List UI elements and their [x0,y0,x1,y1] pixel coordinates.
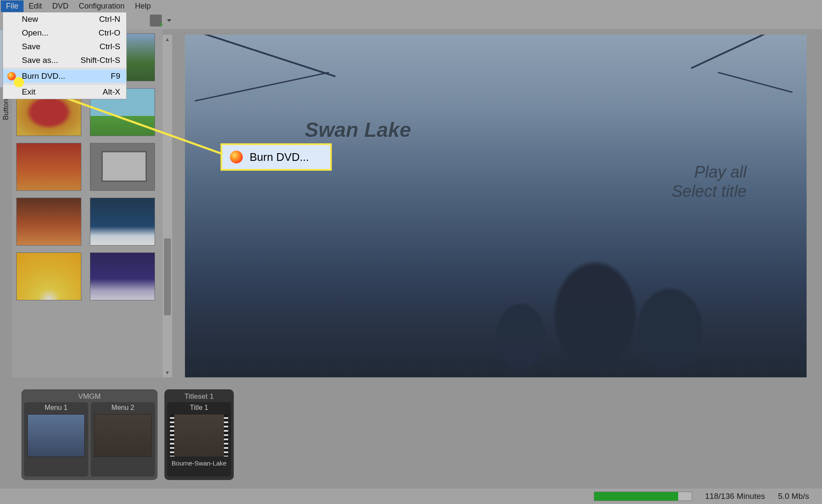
menu-file[interactable]: File [1,0,24,12]
preview-background [185,35,807,377]
burn-dvd-icon [230,151,243,163]
file-save-as[interactable]: Save as... Shift-Ctrl-S [3,53,126,67]
menu-help[interactable]: Help [130,0,156,12]
timeline-item-title1[interactable]: Title 1 Bourne-Swan-Lake [167,402,231,477]
separator [3,68,126,68]
file-save[interactable]: Save Ctrl-S [3,40,126,53]
preview-title[interactable]: Swan Lake [305,118,411,142]
scroll-down-icon[interactable]: ▼ [163,368,172,377]
item-label: Menu 2 [92,404,153,413]
menuitem-accel: Ctrl-N [99,15,120,24]
thumbs-scrollbar[interactable]: ▲ ▼ [163,35,172,377]
menu-dvd[interactable]: DVD [47,0,74,12]
menuitem-label: New [22,15,38,24]
file-new[interactable]: New Ctrl-N [3,12,126,26]
disc-usage-fill [594,492,678,501]
status-minutes: 118/136 Minutes [705,492,765,501]
item-thumb [170,414,228,457]
menu-edit[interactable]: Edit [24,0,47,12]
preview-button-select-title[interactable]: Select title [672,182,747,201]
group-titleset1: Titleset 1 Title 1 Bourne-Swan-Lake [164,389,234,480]
callout-label: Burn DVD... [250,151,309,164]
file-open[interactable]: Open... Ctrl-O [3,26,126,40]
item-label: Menu 1 [26,404,86,413]
scroll-handle[interactable] [164,238,171,315]
group-header: Titleset 1 [167,391,231,402]
group-vmgm: VMGM Menu 1 Menu 2 [21,389,158,480]
menubar: File Edit DVD Configuration Help [0,0,822,12]
annotation-callout: Burn DVD... [220,143,332,171]
menuitem-label: Open... [22,28,48,38]
group-header: VMGM [24,391,155,402]
item-label: Title 1 [169,404,229,413]
menuitem-label: Burn DVD... [22,71,111,81]
menuitem-label: Save as... [22,56,58,65]
file-exit[interactable]: Exit Alt-X [3,85,126,99]
menuitem-label: Exit [22,87,36,97]
menuitem-accel: F9 [111,71,120,81]
bg-thumb[interactable] [16,252,81,300]
menuitem-accel: Ctrl-O [98,28,120,38]
menu-preview[interactable]: Swan Lake Play all Select title [185,35,807,377]
menu-configuration[interactable]: Configuration [74,0,130,12]
bg-thumb[interactable] [16,143,81,191]
status-bitrate: 5.0 Mb/s [778,492,809,501]
bg-thumb[interactable] [90,252,155,300]
menuitem-accel: Shift-Ctrl-S [80,56,120,65]
menuitem-accel: Alt-X [103,87,120,97]
annotation-marker [14,77,24,87]
menuitem-accel: Ctrl-S [99,42,120,51]
scroll-track[interactable] [163,44,172,368]
bg-thumb[interactable] [16,198,81,246]
item-caption [26,458,86,474]
bg-thumb[interactable] [90,143,155,191]
item-caption [92,458,153,474]
scroll-up-icon[interactable]: ▲ [163,35,172,44]
toolbar-dropdown-icon[interactable] [166,18,172,24]
bg-thumb[interactable] [90,198,155,246]
timeline-item-menu1[interactable]: Menu 1 [24,402,88,477]
timeline-item-menu2[interactable]: Menu 2 [91,402,155,477]
svg-marker-0 [167,19,171,22]
item-caption: Bourne-Swan-Lake [169,458,229,474]
status-bar: 118/136 Minutes 5.0 Mb/s [0,489,822,504]
item-thumb [94,414,152,457]
menuitem-label: Save [22,42,40,51]
add-video-button[interactable] [150,15,162,27]
timeline: VMGM Menu 1 Menu 2 Titleset 1 Title 1 Bo… [21,389,813,483]
preview-button-play-all[interactable]: Play all [694,163,747,181]
item-thumb [27,414,85,457]
disc-usage-bar [594,492,692,501]
